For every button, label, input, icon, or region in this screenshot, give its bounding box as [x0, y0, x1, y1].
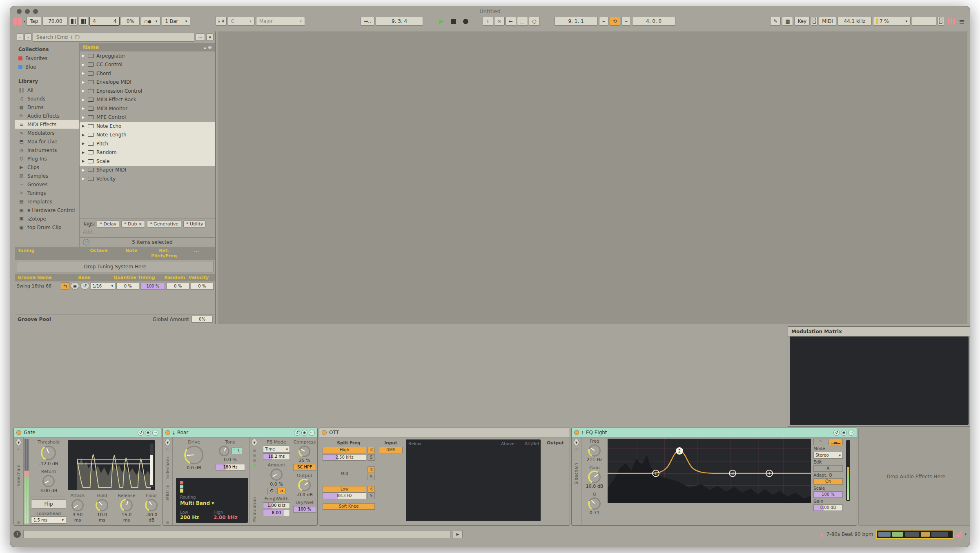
device-list-item[interactable]: ▶Pitch: [80, 139, 215, 148]
gate-display[interactable]: [68, 440, 155, 490]
tone-filter-icon[interactable]: ⌒\: [232, 448, 242, 454]
tag-chip[interactable]: * Utility: [183, 221, 206, 227]
expand-arrow-icon[interactable]: ▶: [82, 177, 85, 181]
device-list-item[interactable]: ▶Shaper MIDI: [80, 166, 215, 175]
save-preset-icon[interactable]: ◉: [301, 430, 307, 436]
groove-timing-field[interactable]: 100 %: [140, 283, 165, 290]
listen-icon[interactable]: ◠: [17, 448, 20, 452]
output-knob[interactable]: [298, 479, 311, 491]
global-amount-field[interactable]: 0%: [192, 316, 213, 323]
roar-sidechain-strip[interactable]: ▾ ◠ Sidechain MIDI In: [163, 437, 173, 525]
tuning-column-header[interactable]: ...: [180, 248, 213, 259]
tone-knob[interactable]: [219, 446, 229, 456]
sidebar-item-e-hardware-control[interactable]: ▣e Hardware Control: [15, 206, 79, 214]
device-list-item[interactable]: ▶Velocity: [80, 174, 215, 183]
expand-arrow-icon[interactable]: ▶: [82, 124, 85, 128]
more-icon[interactable]: ⋯: [309, 430, 315, 436]
scale-field[interactable]: 100 %: [813, 491, 843, 498]
cpu-meter[interactable]: 7 %: [873, 17, 911, 26]
draw-grid-icon[interactable]: ⬚: [517, 17, 528, 26]
device-list-item[interactable]: ▶CC Control: [80, 60, 215, 69]
record-button[interactable]: [460, 17, 471, 26]
draw-mode-icon[interactable]: ○: [529, 17, 539, 26]
download-icon[interactable]: ⤓: [173, 430, 175, 435]
high-s-button[interactable]: S: [368, 454, 375, 461]
menu-icon[interactable]: ≡: [959, 17, 965, 26]
tuning-column-header[interactable]: Octave: [82, 248, 115, 259]
gate-sidechain-strip[interactable]: ▾ ◠ Sidechain: [14, 437, 24, 525]
tag-chip[interactable]: * Dub ×: [121, 221, 145, 227]
lookahead-menu[interactable]: 1.5 ms: [31, 516, 66, 524]
expand-arrow-icon[interactable]: ▶: [82, 89, 85, 93]
device-list-item[interactable]: ▶Random: [80, 148, 215, 157]
groove-velocity-field[interactable]: 0 %: [191, 283, 214, 290]
device-list-item[interactable]: ▶Envelope MIDI: [80, 78, 215, 87]
spectrum-icon[interactable]: ▁▃▂: [829, 439, 843, 445]
groove-row[interactable]: Swing 16ths 66 ⇆ ◉ ↺ 1/16 0 % 100 % 0 % …: [15, 281, 215, 290]
collection-item[interactable]: Favorites: [15, 54, 79, 62]
fb-time-field[interactable]: 18.2 ms: [263, 453, 290, 460]
expand-arrow-icon[interactable]: ▶: [82, 71, 85, 75]
device-list-item[interactable]: ▶MIDI Effect Rack: [80, 96, 215, 105]
sidebar-item-samples[interactable]: ▥Samples: [15, 172, 79, 180]
link-icon[interactable]: [13, 18, 22, 25]
expand-arrow-icon[interactable]: ▶: [82, 159, 85, 163]
groove-base-menu[interactable]: 1/16: [91, 283, 115, 290]
loop-length-field[interactable]: 4. 0. 0: [632, 17, 675, 26]
sidebar-item-grooves[interactable]: ≈Grooves: [15, 180, 79, 189]
roar-routing-panel[interactable]: Routing Multi Band ▾ Low200 Hz High2.00 …: [176, 478, 248, 523]
overdub-plus-icon[interactable]: +: [483, 17, 493, 26]
high-split-field[interactable]: 2.50 kHz: [323, 454, 366, 461]
fb-amount-knob[interactable]: [270, 468, 283, 481]
tuning-column-header[interactable]: Note: [115, 248, 148, 259]
sidebar-item-max-for-live[interactable]: ⬒Max for Live: [15, 137, 79, 146]
tuning-column-header[interactable]: Ref. Pitch/Freq: [148, 248, 180, 259]
filter-icon[interactable]: ≔: [196, 33, 205, 41]
expand-arrow-icon[interactable]: ▶: [82, 80, 85, 84]
tap-tempo-button[interactable]: Tap: [27, 17, 41, 26]
groove-amount-field[interactable]: 0%: [121, 17, 140, 26]
fb-invert-icon[interactable]: ∅: [267, 488, 276, 494]
routing-menu[interactable]: Multi Band ▾: [180, 500, 214, 506]
dry-wet-field[interactable]: 100 %: [293, 506, 316, 513]
nudge-up-icon[interactable]: [79, 17, 88, 26]
upload-icon[interactable]: ⤒: [581, 430, 584, 435]
time-signature-field[interactable]: 44: [89, 17, 120, 26]
sidebar-item-modulators[interactable]: ∿Modulators: [15, 129, 79, 137]
tag-chip[interactable]: * Generative: [147, 221, 181, 227]
preview-icon[interactable]: ◠: [83, 239, 89, 245]
key-map-button[interactable]: Key: [794, 17, 810, 26]
crossover-low-field[interactable]: 200 Hz: [180, 515, 199, 520]
sidebar-item-izotope[interactable]: ▣iZotope: [15, 214, 79, 223]
sidebar-item-plug-ins[interactable]: ⌬Plug-Ins: [15, 154, 79, 163]
save-preset-icon[interactable]: ◉: [145, 430, 151, 436]
fw-freq-field[interactable]: 1.00 kHz: [263, 502, 290, 509]
fb-curve-icon[interactable]: ⊿: [277, 488, 285, 494]
tempo-field[interactable]: 70.00: [42, 17, 68, 26]
expand-arrow-icon[interactable]: ▶: [82, 107, 85, 110]
fb-mode-menu[interactable]: Time: [263, 446, 290, 453]
rms-button[interactable]: RMS: [379, 447, 403, 453]
edit-button[interactable]: A: [813, 465, 843, 472]
add-tag-field[interactable]: Add...: [83, 229, 212, 235]
flat-sharp-icon[interactable]: ♭#: [216, 17, 226, 26]
device-list-item[interactable]: ▶Note Length: [80, 131, 215, 140]
groove-random-field[interactable]: 0 %: [166, 283, 189, 290]
more-icon[interactable]: ⋯: [848, 430, 854, 436]
device-drop-zone[interactable]: Drop Audio Effects Here: [858, 428, 970, 526]
ott-display[interactable]: Below Above Att/Rel: [406, 439, 541, 521]
sidebar-item-drums[interactable]: ▦Drums: [15, 103, 79, 111]
groove-save-icon[interactable]: ◉: [71, 282, 80, 290]
nudge-down-icon[interactable]: [69, 17, 78, 26]
hold-knob[interactable]: [96, 499, 108, 511]
groove-commit-icon[interactable]: ⇆: [61, 282, 69, 290]
sidebar-item-tunings[interactable]: ≋Tunings: [15, 189, 79, 197]
sidebar-item-midi-effects[interactable]: ≣MIDI Effects: [15, 120, 79, 129]
hot-swap-icon[interactable]: ↺: [138, 430, 144, 436]
follow-icon[interactable]: →‥: [361, 17, 374, 26]
loop-button[interactable]: ⟲: [610, 17, 620, 26]
expand-arrow-icon[interactable]: ▶: [82, 54, 85, 58]
fw-width-field[interactable]: 8.00: [263, 510, 290, 516]
attack-knob[interactable]: [71, 499, 84, 511]
crossover-high-field[interactable]: 2.00 kHz: [214, 515, 238, 520]
